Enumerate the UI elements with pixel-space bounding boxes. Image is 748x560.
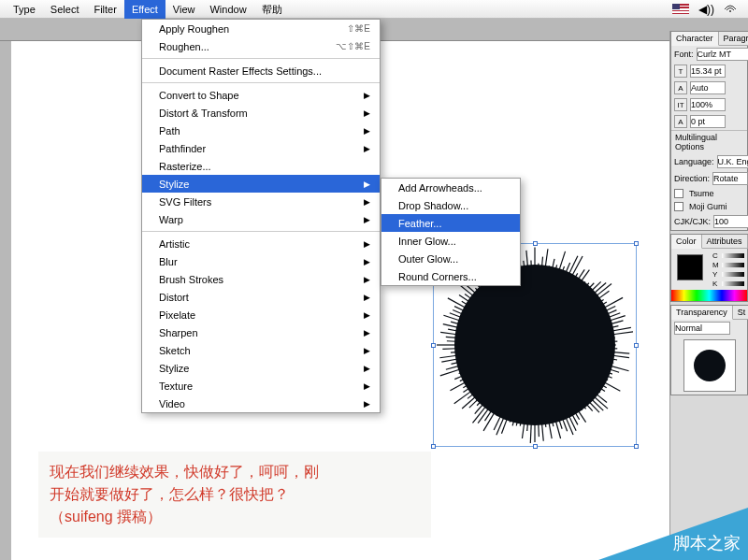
annotation-line1: 现在我们继续效果，快做好了，呵呵，刚: [50, 461, 420, 483]
right-panels: Character Paragr Font: T A IT A Multilin…: [669, 31, 748, 560]
svg-line-133: [607, 310, 616, 314]
stylize-inner-glow[interactable]: Inner Glow...: [381, 232, 520, 250]
vscale-input[interactable]: [690, 98, 726, 111]
menu-select[interactable]: Select: [43, 0, 87, 19]
stylize-add-arrowheads[interactable]: Add Arrowheads...: [381, 179, 520, 196]
effect-roughen[interactable]: Roughen...⌥⇧⌘E: [142, 37, 380, 55]
stylize-feather[interactable]: Feather...: [381, 214, 520, 232]
wifi-icon[interactable]: [724, 4, 737, 15]
effect-brush-strokes[interactable]: Brush Strokes▶: [142, 270, 380, 288]
effect-warp[interactable]: Warp▶: [142, 210, 380, 228]
svg-line-81: [453, 309, 463, 314]
svg-line-65: [440, 369, 460, 376]
fill-swatch[interactable]: [677, 254, 703, 280]
tsume-checkbox[interactable]: [674, 189, 683, 198]
menubar: Type Select Filter Effect View Window 帮助…: [0, 0, 748, 19]
svg-line-121: [581, 270, 589, 281]
effect-svg-filters[interactable]: SVG Filters▶: [142, 193, 380, 210]
svg-line-53: [475, 404, 483, 413]
svg-line-116: [566, 263, 570, 273]
blend-mode-select[interactable]: [674, 322, 730, 335]
effect-distort-transform[interactable]: Distort & Transform▶: [142, 104, 380, 122]
effect-stylize2[interactable]: Stylize▶: [142, 359, 380, 377]
svg-line-41: [520, 423, 521, 426]
svg-line-66: [446, 366, 459, 369]
baseline-input[interactable]: [690, 115, 726, 128]
leading-input[interactable]: [690, 81, 726, 94]
tab-paragraph[interactable]: Paragr: [719, 32, 748, 46]
svg-line-126: [594, 282, 606, 293]
svg-line-13: [604, 382, 620, 391]
svg-line-7: [611, 363, 613, 364]
tab-color[interactable]: Color: [671, 235, 702, 249]
stylize-round-corners[interactable]: Round Corners...: [381, 267, 520, 285]
effect-video[interactable]: Video▶: [142, 395, 380, 412]
moji-checkbox[interactable]: [674, 202, 683, 211]
tab-character[interactable]: Character: [671, 32, 719, 46]
effect-artistic[interactable]: Artistic▶: [142, 235, 380, 252]
svg-point-142: [694, 350, 726, 381]
effect-sharpen[interactable]: Sharpen▶: [142, 323, 380, 341]
effect-convert-to-shape[interactable]: Convert to Shape▶: [142, 86, 380, 104]
left-strip: [0, 41, 11, 560]
direction-input[interactable]: [712, 172, 748, 185]
effect-distort[interactable]: Distort▶: [142, 288, 380, 306]
font-label: Font:: [674, 50, 694, 59]
tab-attributes[interactable]: Attributes: [702, 235, 748, 249]
svg-line-36: [539, 424, 539, 437]
language-label: Language:: [674, 157, 714, 166]
effect-texture[interactable]: Texture▶: [142, 377, 380, 395]
svg-line-83: [448, 298, 466, 308]
effect-pixelate[interactable]: Pixelate▶: [142, 306, 380, 323]
language-input[interactable]: [717, 155, 748, 168]
tab-transparency[interactable]: Transparency: [671, 306, 733, 320]
svg-line-24: [578, 410, 585, 423]
svg-line-19: [592, 399, 604, 410]
effect-rasterize[interactable]: Rasterize...: [142, 157, 380, 175]
menu-effect[interactable]: Effect: [124, 0, 165, 19]
svg-point-1: [454, 265, 615, 425]
multilingual-title: Multilingual Options: [671, 130, 747, 153]
svg-line-35: [542, 424, 544, 441]
slider-k[interactable]: [722, 281, 744, 286]
sound-icon[interactable]: ◀)): [698, 3, 714, 16]
menu-help[interactable]: 帮助: [254, 0, 290, 19]
svg-line-77: [443, 324, 458, 328]
color-spectrum[interactable]: [671, 290, 747, 301]
svg-line-61: [450, 382, 466, 391]
slider-m[interactable]: [722, 263, 744, 267]
svg-line-34: [545, 423, 546, 427]
svg-line-17: [597, 394, 607, 402]
tab-stroke[interactable]: St: [733, 306, 748, 320]
effect-path[interactable]: Path▶: [142, 122, 380, 139]
effect-sketch[interactable]: Sketch▶: [142, 341, 380, 359]
font-size-input[interactable]: [690, 65, 726, 78]
svg-line-136: [611, 321, 624, 324]
font-input[interactable]: [697, 48, 748, 61]
svg-line-124: [589, 283, 594, 288]
menu-type[interactable]: Type: [6, 0, 43, 19]
menu-filter[interactable]: Filter: [86, 0, 123, 19]
stylize-outer-glow[interactable]: Outer Glow...: [381, 250, 520, 267]
cjk-input[interactable]: [713, 215, 748, 228]
effect-stylize[interactable]: Stylize▶: [142, 175, 380, 193]
effect-apply-roughen[interactable]: Apply Roughen⇧⌘E: [142, 20, 380, 37]
slider-c[interactable]: [722, 253, 744, 258]
transparency-thumbnail[interactable]: [683, 339, 736, 392]
stylize-drop-shadow[interactable]: Drop Shadow...: [381, 196, 520, 214]
channel-k: K: [712, 280, 722, 288]
flag-icon[interactable]: [672, 4, 689, 14]
svg-line-132: [606, 306, 616, 310]
effect-doc-raster-settings[interactable]: Document Raster Effects Settings...: [142, 62, 380, 79]
effect-pathfinder[interactable]: Pathfinder▶: [142, 139, 380, 157]
svg-line-131: [604, 297, 623, 308]
character-panel: Character Paragr Font: T A IT A Multilin…: [670, 31, 748, 231]
slider-y[interactable]: [722, 272, 744, 277]
menu-window[interactable]: Window: [202, 0, 253, 19]
effect-blur[interactable]: Blur▶: [142, 252, 380, 270]
svg-line-138: [612, 327, 631, 331]
svg-line-70: [451, 352, 456, 353]
channel-m: M: [712, 261, 722, 269]
menu-view[interactable]: View: [165, 0, 203, 19]
moji-label: Moji Gumi: [689, 202, 727, 211]
